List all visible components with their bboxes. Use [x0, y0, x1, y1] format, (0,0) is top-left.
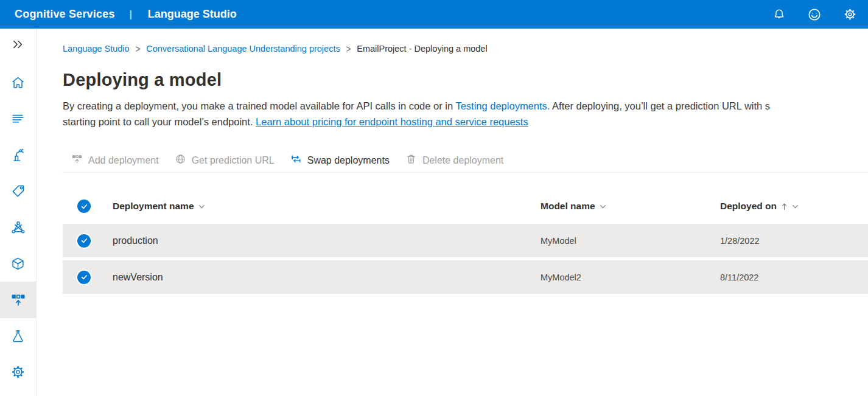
- top-app-bar: Cognitive Services | Language Studio: [0, 0, 868, 29]
- model-cube-icon: [10, 256, 26, 271]
- sidebar-item-schema[interactable]: [0, 209, 36, 246]
- table-header-row: Deployment name Model name Deployed on: [63, 192, 868, 221]
- sidebar-item-projects[interactable]: [0, 101, 36, 137]
- description-text: After deploying, you’ll get a prediction…: [550, 100, 770, 111]
- header-cell-model-name: Model name: [541, 201, 720, 212]
- breadcrumb: Language Studio > Conversational Languag…: [63, 44, 868, 54]
- sort-ascending-icon: [781, 203, 788, 210]
- sidebar-item-deploying[interactable]: [0, 282, 36, 318]
- breadcrumb-clu-projects[interactable]: Conversational Language Understanding pr…: [146, 44, 340, 54]
- chevron-down-icon: [198, 203, 205, 210]
- projects-list-icon: [10, 111, 26, 127]
- column-sort-deployed-on[interactable]: Deployed on: [720, 201, 868, 212]
- table-row[interactable]: newVersion MyModel2 8/11/2022: [63, 260, 868, 294]
- brand-title[interactable]: Cognitive Services: [15, 8, 115, 21]
- cell-deployed-on: 1/28/2022: [720, 236, 868, 246]
- schema-graph-icon: [10, 220, 26, 235]
- button-label: Add deployment: [88, 155, 159, 166]
- chevron-right-icon: >: [346, 43, 351, 55]
- trash-icon: [405, 153, 417, 167]
- row-check-cell: [63, 271, 113, 284]
- main-content: Language Studio > Conversational Languag…: [37, 29, 868, 396]
- app-title[interactable]: Language Studio: [148, 8, 237, 21]
- testing-deployments-link[interactable]: Testing deployments.: [455, 100, 550, 111]
- table-row[interactable]: production MyModel 1/28/2022: [63, 224, 868, 257]
- bell-icon[interactable]: [772, 7, 786, 22]
- cell-deployment-name: newVersion: [113, 272, 541, 283]
- page-title: Deploying a model: [63, 70, 868, 90]
- add-deployment-button[interactable]: Add deployment: [63, 150, 167, 172]
- globe-icon: [175, 153, 186, 167]
- deployments-table: Deployment name Model name Deployed on: [63, 192, 868, 294]
- button-label: Get prediction URL: [192, 155, 275, 166]
- swap-deployments-button[interactable]: Swap deployments: [282, 150, 397, 172]
- page-description: By creating a deployment, you make a tra…: [63, 98, 868, 130]
- chevron-right-icon: >: [136, 43, 141, 55]
- description-line-1: By creating a deployment, you make a tra…: [63, 98, 868, 114]
- left-nav-rail: [0, 29, 37, 396]
- chevron-down-icon: [600, 203, 606, 210]
- cell-deployment-name: production: [113, 235, 541, 246]
- titlebar-divider: |: [130, 9, 132, 20]
- sidebar-item-labeling[interactable]: [0, 173, 36, 210]
- button-label: Delete deployment: [422, 155, 503, 166]
- sidebar-item-home[interactable]: [0, 64, 36, 101]
- column-label: Deployed on: [720, 201, 777, 212]
- expand-chevrons-icon[interactable]: [0, 29, 36, 60]
- gear-icon: [10, 364, 26, 380]
- column-sort-deployment-name[interactable]: Deployment name: [113, 201, 541, 212]
- gear-icon[interactable]: [842, 7, 857, 22]
- breadcrumb-language-studio[interactable]: Language Studio: [63, 44, 130, 54]
- add-deployment-icon: [71, 153, 83, 167]
- sidebar-item-training[interactable]: [0, 137, 36, 173]
- cell-model-name: MyModel2: [541, 273, 720, 282]
- column-label: Deployment name: [113, 201, 194, 212]
- robot-arm-icon: [10, 147, 26, 163]
- deploy-icon: [10, 292, 26, 308]
- cell-model-name: MyModel: [541, 236, 720, 246]
- description-text: By creating a deployment, you make a tra…: [63, 100, 455, 111]
- chevron-down-icon: [792, 203, 799, 210]
- row-check-cell: [63, 234, 113, 248]
- description-text: starting point to call your model’s endp…: [63, 116, 256, 127]
- header-check-cell: [63, 200, 113, 213]
- smiley-icon[interactable]: [807, 7, 822, 22]
- get-prediction-url-button[interactable]: Get prediction URL: [167, 150, 282, 172]
- topbar-icons: [772, 7, 857, 22]
- header-cell-deployed-on: Deployed on: [720, 201, 868, 212]
- button-label: Swap deployments: [307, 155, 390, 166]
- column-label: Model name: [541, 201, 595, 212]
- command-bar: Add deployment Get prediction URL Swap: [63, 148, 868, 173]
- flask-icon: [10, 328, 26, 344]
- tag-icon: [10, 183, 26, 199]
- swap-icon: [290, 153, 302, 167]
- pricing-link[interactable]: Learn about pricing for endpoint hosting…: [256, 116, 528, 127]
- select-all-checkbox[interactable]: [77, 200, 91, 213]
- header-cell-deployment-name: Deployment name: [113, 201, 541, 212]
- home-icon: [10, 75, 26, 90]
- sidebar-item-testing[interactable]: [0, 318, 36, 355]
- sidebar-item-settings[interactable]: [0, 354, 36, 391]
- breadcrumb-current: EmailProject - Deploying a model: [357, 44, 487, 54]
- row-selected-checkbox[interactable]: [77, 234, 91, 248]
- row-selected-checkbox[interactable]: [77, 271, 91, 284]
- sidebar-item-model[interactable]: [0, 246, 36, 282]
- cell-deployed-on: 8/11/2022: [720, 273, 868, 282]
- column-sort-model-name[interactable]: Model name: [541, 201, 720, 212]
- delete-deployment-button[interactable]: Delete deployment: [397, 150, 511, 172]
- description-line-2: starting point to call your model’s endp…: [63, 114, 868, 130]
